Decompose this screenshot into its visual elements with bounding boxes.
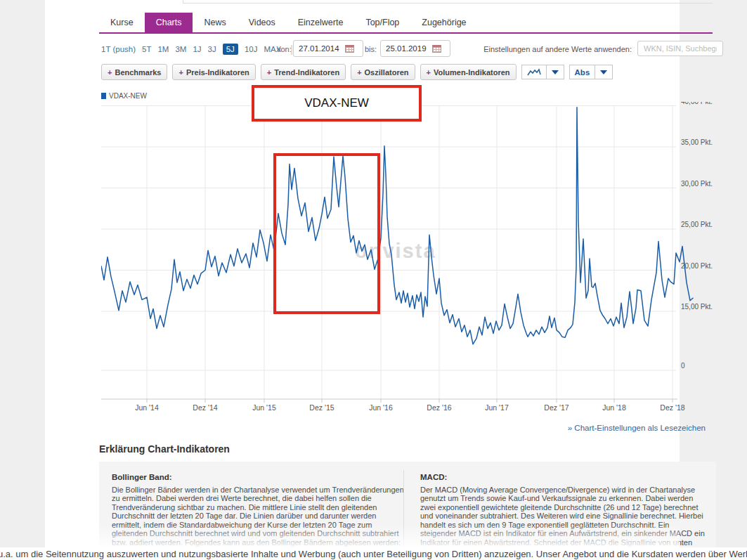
svg-text:Jun '18: Jun '18 <box>602 403 626 412</box>
page: KurseChartsNewsVideosEinzelwerteTop/Flop… <box>0 0 747 560</box>
plus-icon: + <box>357 68 361 77</box>
button-label: Benchmarks <box>115 68 161 77</box>
svg-text:Jun '16: Jun '16 <box>369 403 393 412</box>
svg-text:Jun '14: Jun '14 <box>135 403 159 412</box>
plus-icon: + <box>267 68 271 77</box>
tab-zugehrige[interactable]: Zugehörige <box>410 13 477 32</box>
chevron-down-icon[interactable] <box>547 65 564 79</box>
svg-text:35,00 Pkt.: 35,00 Pkt. <box>681 138 713 146</box>
legend-swatch <box>101 93 106 99</box>
wkn-isin-search-input[interactable] <box>642 44 718 53</box>
svg-text:Jun '17: Jun '17 <box>485 403 509 412</box>
chart-type-dropdown[interactable] <box>521 65 564 79</box>
range-5t[interactable]: 5T <box>142 45 151 53</box>
range-1tpush[interactable]: 1T (push) <box>101 45 136 53</box>
line-chart-type-icon <box>521 65 547 79</box>
add-trend-indikatoren-button[interactable]: +Trend-Indikatoren <box>261 64 346 80</box>
tab-topflop[interactable]: Top/Flop <box>354 13 410 32</box>
time-range-selector: 1T (push)5T1M3M1J3J5J10JMAX| <box>101 44 296 55</box>
range-1j[interactable]: 1J <box>193 45 201 53</box>
calendar-icon[interactable] <box>345 45 354 53</box>
date-to-input[interactable] <box>384 44 432 53</box>
plus-icon: + <box>427 68 431 77</box>
button-label: Preis-Indikatoren <box>186 68 249 77</box>
calendar-icon[interactable] <box>432 45 441 53</box>
add-volumen-indikatoren-button[interactable]: +Volumen-Indikatoren <box>420 64 517 80</box>
svg-text:20,00 Pkt.: 20,00 Pkt. <box>681 262 713 270</box>
tab-news[interactable]: News <box>193 13 237 32</box>
tab-bar: KurseChartsNewsVideosEinzelwerteTop/Flop… <box>99 13 478 32</box>
range-3j[interactable]: 3J <box>208 45 216 53</box>
scale-dropdown[interactable]: Abs <box>569 65 613 79</box>
add-benchmarks-button[interactable]: +Benchmarks <box>101 64 167 80</box>
range-3m[interactable]: 3M <box>175 45 186 53</box>
svg-text:40,00 Pkt.: 40,00 Pkt. <box>681 102 713 105</box>
svg-text:0: 0 <box>681 362 685 370</box>
date-to-box <box>380 40 450 57</box>
button-label: Oszillatoren <box>365 68 409 77</box>
bollinger-column: Bollinger Band: Die Bollinger Bänder wer… <box>112 473 407 547</box>
add-oszillatoren-button[interactable]: +Oszillatoren <box>351 64 415 80</box>
explain-section-title: Erklärung Chart-Indikatoren <box>99 443 230 455</box>
red-annotation-box-region <box>273 153 380 314</box>
apply-search-box <box>637 41 723 56</box>
tab-underline <box>99 32 713 34</box>
button-label: Trend-Indikatoren <box>274 68 339 77</box>
add-preis-indikatoren-button[interactable]: +Preis-Indikatoren <box>172 64 255 80</box>
scale-abs-label: Abs <box>569 65 596 79</box>
svg-text:Dez '18: Dez '18 <box>660 403 684 412</box>
range-10j[interactable]: 10J <box>245 45 258 53</box>
button-label: Volumen-Indikatoren <box>434 68 510 77</box>
tab-charts[interactable]: Charts <box>145 13 193 32</box>
svg-text:Dez '14: Dez '14 <box>193 403 217 412</box>
column-divider <box>403 470 404 560</box>
tab-einzelwerte[interactable]: Einzelwerte <box>287 13 355 32</box>
chart-settings-bookmark-link[interactable]: » Chart-Einstellungen als Lesezeichen <box>495 424 706 432</box>
red-annotation-box-title: VDAX-NEW <box>252 85 422 122</box>
plus-icon: + <box>178 68 183 77</box>
bollinger-heading: Bollinger Band: <box>112 473 407 482</box>
top-border-remnant <box>183 3 713 4</box>
tab-kurse[interactable]: Kurse <box>99 13 145 32</box>
plus-icon: + <box>108 68 112 77</box>
chart-legend: VDAX-NEW <box>101 92 147 100</box>
date-from-box <box>293 40 363 57</box>
date-from-input[interactable] <box>297 44 345 53</box>
bollinger-text: Die Bollinger Bänder werden in der Chart… <box>112 486 407 547</box>
svg-text:25,00 Pkt.: 25,00 Pkt. <box>681 221 713 228</box>
svg-text:Dez '17: Dez '17 <box>544 403 569 412</box>
von-label: von: <box>277 45 292 53</box>
range-1m[interactable]: 1M <box>157 45 169 53</box>
legend-label: VDAX-NEW <box>109 92 147 100</box>
top-divider-remnant <box>183 0 183 4</box>
range-5j[interactable]: 5J <box>223 44 238 55</box>
price-chart[interactable]: 40,00 Pkt.35,00 Pkt.30,00 Pkt.25,00 Pkt.… <box>101 102 727 417</box>
apply-settings-label: Einstellungen auf andere Werte anwenden: <box>460 45 632 53</box>
indicator-button-row: +Benchmarks+Preis-Indikatoren+Trend-Indi… <box>101 64 613 80</box>
tab-videos[interactable]: Videos <box>238 13 287 32</box>
cookie-consent-bar: u.a. um die Seitennutzung auszuwerten un… <box>0 547 747 560</box>
chevron-down-icon[interactable] <box>595 65 613 79</box>
svg-text:30,00 Pkt.: 30,00 Pkt. <box>681 180 713 188</box>
svg-text:Jun '15: Jun '15 <box>252 403 276 412</box>
macd-heading: MACD: <box>420 473 707 482</box>
svg-text:Dez '16: Dez '16 <box>427 403 451 412</box>
svg-text:Dez '15: Dez '15 <box>309 403 334 412</box>
bis-label: bis: <box>365 45 377 53</box>
svg-text:15,00 Pkt.: 15,00 Pkt. <box>681 303 713 311</box>
explain-panel: Bollinger Band: Die Bollinger Bänder wer… <box>99 462 716 560</box>
annotation-label: VDAX-NEW <box>304 96 369 110</box>
